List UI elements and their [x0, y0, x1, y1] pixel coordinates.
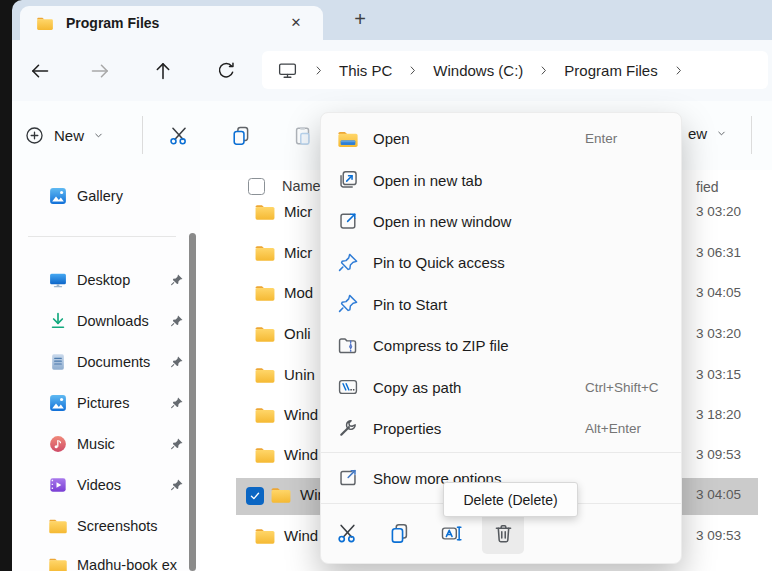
pin-icon: [170, 478, 184, 492]
file-date: 3 18:20: [696, 407, 741, 422]
sidebar-item-music[interactable]: Music: [12, 426, 200, 462]
cut-button[interactable]: [166, 123, 192, 149]
file-date: 3 03:20: [696, 326, 741, 341]
folder-icon: [254, 325, 276, 343]
breadcrumb-windows-c[interactable]: Windows (C:): [433, 62, 523, 79]
paste-icon: [292, 125, 314, 147]
pin-icon: [337, 252, 359, 274]
toolbar-divider: [142, 116, 143, 154]
refresh-button[interactable]: [212, 57, 240, 85]
open-new-window-icon: [337, 210, 359, 232]
pin-icon: [170, 396, 184, 410]
cut-icon: [168, 125, 190, 147]
quick-rename-button[interactable]: [430, 512, 472, 554]
quick-delete-button[interactable]: [482, 512, 524, 554]
tab-bar: Program Files ✕ +: [12, 0, 772, 40]
sidebar-item-screenshots[interactable]: Screenshots: [12, 508, 200, 544]
menu-item-open-new-tab[interactable]: Open in new tab: [321, 159, 681, 200]
breadcrumb-this-pc[interactable]: This PC: [339, 62, 392, 79]
this-pc-icon: [277, 60, 298, 81]
menu-item-label: Properties: [373, 420, 441, 437]
menu-item-pin-to-start[interactable]: Pin to Start: [321, 284, 681, 325]
up-button[interactable]: [149, 57, 177, 85]
sidebar-divider: [28, 236, 176, 237]
new-tab-button[interactable]: +: [345, 8, 375, 32]
file-date: 3 09:53: [696, 528, 741, 543]
address-bar[interactable]: This PC Windows (C:) Program Files: [262, 51, 768, 89]
zip-folder-icon: [337, 335, 359, 357]
check-icon: [249, 490, 261, 502]
new-button[interactable]: New: [24, 117, 105, 153]
show-more-options-icon: [337, 467, 359, 489]
sidebar-item-gallery[interactable]: Gallery: [12, 178, 200, 214]
chevron-right-icon: [672, 64, 685, 77]
file-name: Mod: [284, 284, 313, 301]
chevron-right-icon: [312, 64, 325, 77]
folder-icon: [254, 527, 276, 545]
sidebar-item-label: Screenshots: [77, 518, 158, 534]
file-name: Unin: [284, 366, 315, 383]
chevron-down-icon: [92, 129, 105, 142]
copy-icon: [230, 125, 252, 147]
gallery-icon: [48, 186, 68, 206]
quick-copy-button[interactable]: [378, 512, 420, 554]
file-date: 3 03:15: [696, 367, 741, 382]
file-date: 3 09:53: [696, 447, 741, 462]
documents-icon: [48, 352, 68, 372]
up-icon: [152, 60, 174, 82]
column-header-date-modified[interactable]: fied: [696, 179, 719, 195]
menu-item-open[interactable]: Open Enter: [321, 118, 681, 159]
pin-icon: [170, 314, 184, 328]
view-button-label: ew: [688, 125, 707, 142]
back-button[interactable]: [26, 57, 54, 85]
file-date: 3 03:20: [696, 204, 741, 219]
music-icon: [48, 434, 68, 454]
file-name: Wind: [284, 406, 318, 423]
select-all-checkbox[interactable]: [248, 178, 265, 195]
close-tab-icon[interactable]: ✕: [287, 14, 305, 32]
sidebar-item-label: Documents: [77, 354, 150, 370]
view-button[interactable]: ew: [688, 125, 728, 142]
sidebar-item-downloads[interactable]: Downloads: [12, 303, 200, 339]
breadcrumb-program-files[interactable]: Program Files: [564, 62, 657, 79]
rename-icon: [440, 522, 463, 545]
menu-item-open-new-window[interactable]: Open in new window: [321, 201, 681, 242]
sidebar-item-label: Desktop: [77, 272, 130, 288]
sidebar-scrollbar-thumb[interactable]: [189, 233, 196, 571]
quick-cut-button[interactable]: [326, 512, 368, 554]
folder-icon: [254, 244, 276, 262]
folder-icon: [36, 16, 54, 31]
folder-icon: [254, 406, 276, 424]
properties-wrench-icon: [337, 417, 359, 439]
menu-item-copy-as-path[interactable]: Copy as path Ctrl+Shift+C: [321, 366, 681, 407]
sidebar-item-label: Gallery: [77, 188, 123, 204]
menu-item-pin-quick-access[interactable]: Pin to Quick access: [321, 242, 681, 283]
forward-button[interactable]: [86, 57, 114, 85]
copy-path-icon: [337, 376, 359, 398]
pin-icon: [170, 273, 184, 287]
paste-button[interactable]: [290, 123, 316, 149]
videos-icon: [48, 475, 68, 495]
open-new-tab-icon: [337, 169, 359, 191]
row-checkbox-checked[interactable]: [246, 487, 264, 505]
copy-icon: [388, 522, 411, 545]
sidebar: Gallery Desktop Downloads Documents: [12, 170, 200, 571]
sidebar-item-pictures[interactable]: Pictures: [12, 385, 200, 421]
toolbar-divider: [751, 116, 752, 154]
delete-tooltip: Delete (Delete): [443, 482, 578, 517]
folder-icon: [254, 284, 276, 302]
menu-item-label: Copy as path: [373, 379, 461, 396]
column-header-name[interactable]: Name: [282, 178, 321, 194]
sidebar-item-madhu-book[interactable]: Madhu-book ex: [12, 547, 200, 571]
menu-item-label: Open: [373, 130, 410, 147]
file-date: 3 04:05: [696, 487, 741, 502]
menu-item-properties[interactable]: Properties Alt+Enter: [321, 408, 681, 449]
sidebar-item-videos[interactable]: Videos: [12, 467, 200, 503]
sidebar-item-desktop[interactable]: Desktop: [12, 262, 200, 298]
tab-program-files[interactable]: Program Files ✕: [20, 6, 323, 40]
pin-icon: [337, 293, 359, 315]
chevron-right-icon: [406, 64, 419, 77]
copy-button[interactable]: [228, 123, 254, 149]
sidebar-item-documents[interactable]: Documents: [12, 344, 200, 380]
menu-item-compress-zip[interactable]: Compress to ZIP file: [321, 325, 681, 366]
